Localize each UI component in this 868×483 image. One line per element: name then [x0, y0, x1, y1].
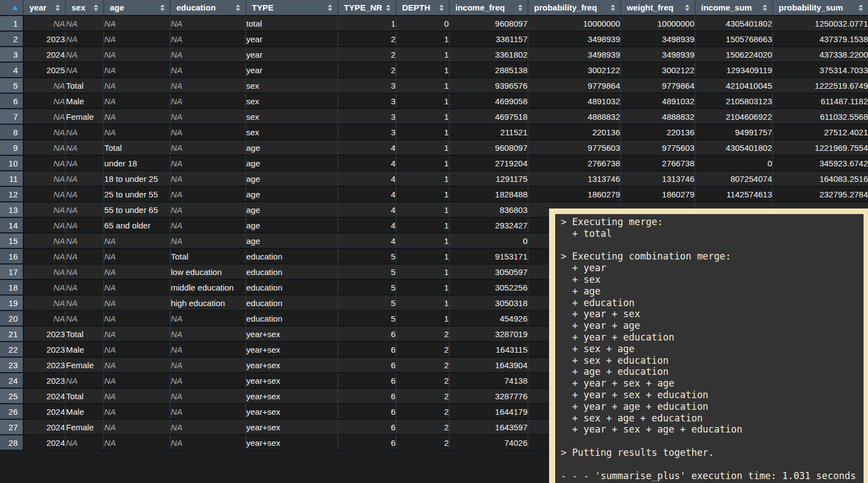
row-number: 1: [0, 16, 23, 31]
cell-DEPTH: 2: [396, 373, 449, 388]
cell-age: NA: [104, 31, 170, 47]
cell-income_freq: 1643597: [449, 419, 528, 435]
column-header-label: income_freq: [455, 3, 505, 12]
cell-DEPTH: 2: [396, 404, 449, 419]
cell-education: NA: [170, 47, 246, 62]
column-header-education[interactable]: education: [170, 0, 246, 16]
cell-probability_sum: 437379.1538: [773, 31, 868, 47]
na-value: NA: [104, 407, 116, 416]
column-header-income_sum[interactable]: income_sum: [695, 0, 773, 16]
na-value: NA: [104, 50, 116, 59]
cell-year: NA: [23, 93, 65, 109]
sort-up-arrow-icon: [160, 4, 165, 7]
cell-income_sum: 1505768663: [695, 31, 773, 47]
column-header-DEPTH[interactable]: DEPTH: [396, 0, 449, 16]
na-value: NA: [53, 96, 65, 106]
sort-icon[interactable]: [685, 4, 689, 11]
cell-income_freq: 211521: [449, 124, 528, 140]
na-value: NA: [66, 438, 78, 448]
sort-icon[interactable]: [611, 4, 615, 11]
na-value: NA: [53, 252, 65, 261]
column-header-label: age: [110, 3, 124, 12]
sort-icon[interactable]: [94, 4, 98, 11]
row-number: 23: [0, 357, 23, 373]
na-value: NA: [104, 96, 116, 106]
cell-education: NA: [170, 93, 246, 109]
cell-probability_freq: 9779864: [528, 78, 621, 93]
cell-income_freq: 2719204: [449, 155, 528, 171]
na-value: NA: [171, 205, 182, 215]
na-value: NA: [66, 128, 78, 137]
cell-TYPE: education: [246, 295, 338, 311]
sort-icon[interactable]: [236, 4, 240, 11]
sort-icon[interactable]: [55, 4, 60, 11]
cell-DEPTH: 1: [396, 78, 449, 93]
cell-TYPE: sex: [246, 78, 338, 93]
sort-icon[interactable]: [439, 4, 444, 11]
cell-DEPTH: 1: [396, 124, 449, 140]
cell-TYPE_NR: 6: [338, 357, 396, 373]
na-value: NA: [104, 252, 116, 261]
column-header-TYPE_NR[interactable]: TYPE_NR: [338, 0, 396, 16]
cell-TYPE_NR: 5: [338, 279, 396, 295]
row-number-header[interactable]: [0, 0, 23, 16]
na-value: NA: [171, 221, 182, 230]
sort-down-arrow-icon: [94, 8, 98, 11]
cell-income_freq: 3361157: [449, 31, 528, 47]
cell-sex: Female: [65, 357, 104, 373]
cell-DEPTH: 1: [396, 140, 449, 155]
row-number: 27: [0, 419, 23, 435]
na-value: NA: [66, 314, 78, 323]
cell-education: NA: [170, 155, 246, 171]
sort-down-arrow-icon: [236, 8, 240, 11]
column-header-sex[interactable]: sex: [65, 0, 104, 16]
table-row: 11NANA18 to under 25NAage411291175131374…: [0, 171, 868, 186]
na-value: NA: [171, 407, 182, 416]
column-header-TYPE[interactable]: TYPE: [246, 0, 338, 16]
column-header-year[interactable]: year: [23, 0, 65, 16]
na-value: NA: [104, 34, 116, 44]
table-row: 1NANANANAtotal10960809710000000100000004…: [0, 16, 868, 31]
cell-TYPE_NR: 2: [338, 47, 396, 62]
table-row: 12NANA25 to under 55NAage411828488186027…: [0, 186, 868, 202]
cell-income_sum: 4305401802: [695, 16, 773, 31]
na-value: NA: [66, 205, 78, 215]
cell-education: NA: [170, 31, 246, 47]
column-header-row: yearsexageeducationTYPETYPE_NRDEPTHincom…: [0, 0, 868, 16]
sort-icon[interactable]: [859, 4, 863, 11]
cell-income_freq: 1643115: [449, 342, 528, 357]
sort-icon[interactable]: [386, 4, 390, 11]
cell-education: NA: [170, 109, 246, 124]
row-number: 9: [0, 140, 23, 155]
sort-icon[interactable]: [763, 4, 767, 11]
column-header-weight_freq[interactable]: weight_freq: [621, 0, 695, 16]
cell-age: NA: [104, 233, 170, 248]
column-header-income_freq[interactable]: income_freq: [449, 0, 528, 16]
cell-age: 55 to under 65: [104, 202, 170, 217]
table-row: 42025NANANAyear2128851383002122300212212…: [0, 62, 868, 78]
cell-probability_sum: 27512.4021: [773, 124, 868, 140]
sort-icon[interactable]: [160, 4, 165, 11]
cell-year: NA: [23, 279, 65, 295]
cell-TYPE: age: [246, 186, 338, 202]
cell-sex: NA: [65, 311, 104, 326]
cell-age: 25 to under 55: [104, 186, 170, 202]
sort-up-arrow-icon: [763, 4, 767, 7]
sorted-ascending-icon: [12, 6, 18, 10]
column-header-probability_sum[interactable]: probability_sum: [773, 0, 868, 16]
sort-icon[interactable]: [518, 4, 522, 11]
row-number: 5: [0, 78, 23, 93]
cell-income_freq: 4699058: [449, 93, 528, 109]
cell-probability_freq: 4888832: [528, 109, 621, 124]
na-value: NA: [171, 360, 182, 370]
na-value: NA: [66, 174, 78, 184]
cell-sex: Female: [65, 419, 104, 435]
cell-education: low education: [170, 264, 246, 279]
cell-DEPTH: 1: [396, 264, 449, 279]
row-number: 7: [0, 109, 23, 124]
column-header-age[interactable]: age: [104, 0, 170, 16]
cell-year: 2024: [23, 435, 65, 450]
cell-sex: NA: [65, 171, 104, 186]
sort-icon[interactable]: [328, 4, 332, 11]
column-header-probability_freq[interactable]: probability_freq: [528, 0, 621, 16]
